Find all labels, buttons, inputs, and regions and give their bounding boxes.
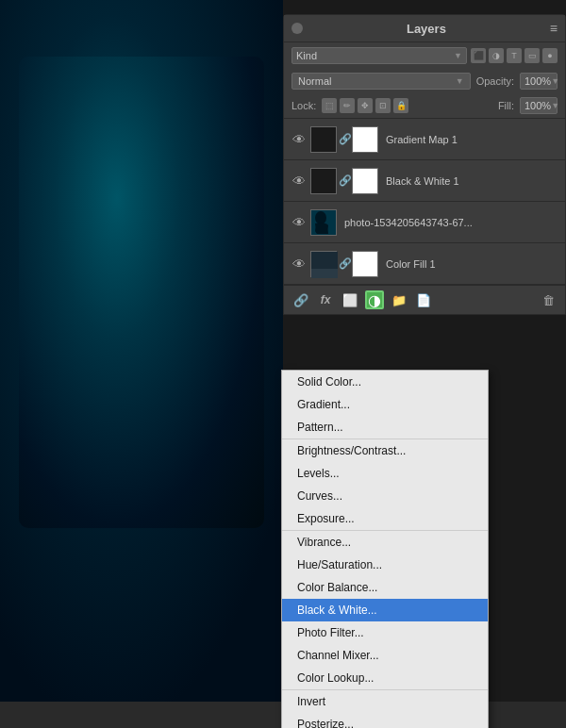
delete-layer-button[interactable]: 🗑 [539, 290, 558, 309]
layer-thumb [310, 209, 337, 236]
kind-label: Kind [296, 50, 317, 61]
layers-list: 👁 🔗 Gradient Map 1 👁 🔗 Black & White 1 👁 [284, 119, 565, 285]
menu-item-gradient[interactable]: Gradient... [282, 393, 488, 416]
layer-mask-thumb [352, 126, 378, 153]
blend-chevron-icon: ▼ [456, 76, 464, 86]
layers-panel: Layers ≡ Kind ▼ ⬛ ◑ T ▭ ● Normal ▼ Opaci… [283, 14, 566, 315]
fill-value-text: 100% [524, 100, 551, 111]
menu-item-photo-filter[interactable]: Photo Filter... [282, 621, 488, 644]
lock-label: Lock: [291, 100, 316, 111]
layer-visibility-toggle[interactable]: 👁 [291, 215, 307, 230]
panel-title: Layers [303, 22, 550, 36]
menu-section-tone: Brightness/Contrast... Levels... Curves.… [282, 439, 488, 531]
layer-visibility-toggle[interactable]: 👁 [291, 174, 307, 189]
lock-brush-icon[interactable]: ✏ [340, 98, 355, 113]
layer-thumb [310, 251, 337, 277]
menu-item-pattern[interactable]: Pattern... [282, 416, 488, 438]
layer-name: Gradient Map 1 [386, 134, 558, 145]
layer-thumb [310, 168, 337, 194]
kind-filter-icons: ⬛ ◑ T ▭ ● [471, 48, 558, 63]
layer-effects-button[interactable]: fx [316, 290, 335, 309]
layers-toolbar: 🔗 fx ⬜ ◑ 📁 📄 🗑 [284, 285, 565, 314]
lock-transparency-icon[interactable]: ⬚ [322, 98, 337, 113]
fill-chevron-icon: ▼ [551, 101, 559, 110]
menu-item-vibrance[interactable]: Vibrance... [282, 531, 488, 554]
menu-item-color-lookup[interactable]: Color Lookup... [282, 667, 488, 689]
menu-item-posterize[interactable]: Posterize... [282, 713, 488, 728]
layer-thumb [310, 126, 337, 153]
lock-fill-row: Lock: ⬚ ✏ ✥ ⊡ 🔒 Fill: 100% ▼ [284, 93, 565, 119]
layer-thumbnails: 🔗 [310, 126, 378, 153]
menu-item-invert[interactable]: Invert [282, 690, 488, 713]
adjustment-filter-icon[interactable]: ◑ [489, 48, 504, 63]
layer-name: Black & White 1 [386, 175, 558, 187]
menu-item-black-white[interactable]: Black & White... [282, 599, 488, 621]
smart-filter-icon[interactable]: ● [542, 48, 558, 63]
blend-mode-label: Normal [298, 75, 331, 87]
lock-move-icon[interactable]: ✥ [358, 98, 373, 113]
svg-rect-0 [0, 0, 283, 728]
lock-all-icon[interactable]: 🔒 [393, 98, 408, 113]
kind-filter-row: Kind ▼ ⬛ ◑ T ▭ ● [284, 42, 565, 69]
fill-label: Fill: [498, 100, 514, 111]
layer-name: Color Fill 1 [386, 258, 558, 270]
photo-background [0, 0, 283, 728]
type-filter-icon[interactable]: T [507, 48, 522, 63]
menu-item-solid-color[interactable]: Solid Color... [282, 371, 488, 393]
menu-item-hue-saturation[interactable]: Hue/Saturation... [282, 554, 488, 576]
layer-row[interactable]: 👁 🔗 Gradient Map 1 [284, 119, 565, 160]
layer-row[interactable]: 👁 🔗 Color Fill 1 [284, 243, 565, 285]
layer-mask-thumb [352, 168, 378, 194]
layer-link-icon: 🔗 [339, 133, 350, 145]
svg-point-6 [315, 211, 326, 224]
opacity-input[interactable]: 100% ▼ [520, 73, 558, 90]
menu-item-color-balance[interactable]: Color Balance... [282, 576, 488, 599]
svg-point-1 [71, 71, 175, 193]
layer-visibility-toggle[interactable]: 👁 [291, 132, 307, 147]
layer-name: photo-1534205643743-67... [344, 217, 558, 228]
layer-link-icon: 🔗 [339, 257, 350, 270]
svg-rect-2 [113, 358, 121, 472]
opacity-label: Opacity: [476, 75, 514, 87]
svg-rect-8 [311, 269, 338, 278]
panel-close-button[interactable] [291, 23, 303, 34]
new-group-button[interactable]: 📁 [390, 290, 408, 309]
layer-mask-thumb [352, 251, 378, 277]
fill-input[interactable]: 100% ▼ [520, 97, 558, 114]
panel-titlebar: Layers ≡ [284, 15, 565, 42]
menu-item-curves[interactable]: Curves... [282, 485, 488, 507]
opacity-value-text: 100% [524, 75, 551, 87]
svg-point-3 [106, 337, 128, 371]
menu-item-brightness-contrast[interactable]: Brightness/Contrast... [282, 439, 488, 462]
menu-item-levels[interactable]: Levels... [282, 462, 488, 485]
menu-section-fill: Solid Color... Gradient... Pattern... [282, 371, 488, 439]
layer-visibility-toggle[interactable]: 👁 [291, 256, 307, 272]
layer-thumbnails [310, 209, 337, 236]
kind-dropdown[interactable]: Kind ▼ [291, 47, 467, 64]
svg-point-4 [94, 90, 151, 156]
kind-chevron-icon: ▼ [454, 51, 462, 60]
new-layer-button[interactable]: 📄 [414, 290, 433, 309]
menu-item-exposure[interactable]: Exposure... [282, 507, 488, 530]
link-layers-button[interactable]: 🔗 [291, 290, 310, 309]
blend-mode-dropdown[interactable]: Normal ▼ [291, 73, 471, 90]
menu-item-channel-mixer[interactable]: Channel Mixer... [282, 644, 488, 667]
layer-thumbnails: 🔗 [310, 251, 378, 277]
add-mask-button[interactable]: ⬜ [341, 290, 359, 309]
layer-row[interactable]: 👁 🔗 Black & White 1 [284, 160, 565, 202]
menu-section-color: Vibrance... Hue/Saturation... Color Bala… [282, 531, 488, 690]
pixel-filter-icon[interactable]: ⬛ [471, 48, 486, 63]
opacity-chevron-icon: ▼ [551, 76, 559, 86]
lock-icons: ⬚ ✏ ✥ ⊡ 🔒 [322, 98, 408, 113]
shape-filter-icon[interactable]: ▭ [524, 48, 540, 63]
menu-section-other: Invert Posterize... Threshold... Gradien… [282, 690, 488, 728]
lock-artboard-icon[interactable]: ⊡ [375, 98, 391, 113]
new-adjustment-layer-button[interactable]: ◑ [365, 290, 384, 309]
layer-link-icon: 🔗 [339, 174, 350, 187]
adjustment-layer-dropdown: Solid Color... Gradient... Pattern... Br… [281, 370, 489, 728]
blend-opacity-row: Normal ▼ Opacity: 100% ▼ [284, 69, 565, 93]
layer-thumbnails: 🔗 [310, 168, 378, 194]
panel-menu-button[interactable]: ≡ [550, 21, 558, 36]
layer-row[interactable]: 👁 photo-1534205643743-67... [284, 202, 565, 243]
